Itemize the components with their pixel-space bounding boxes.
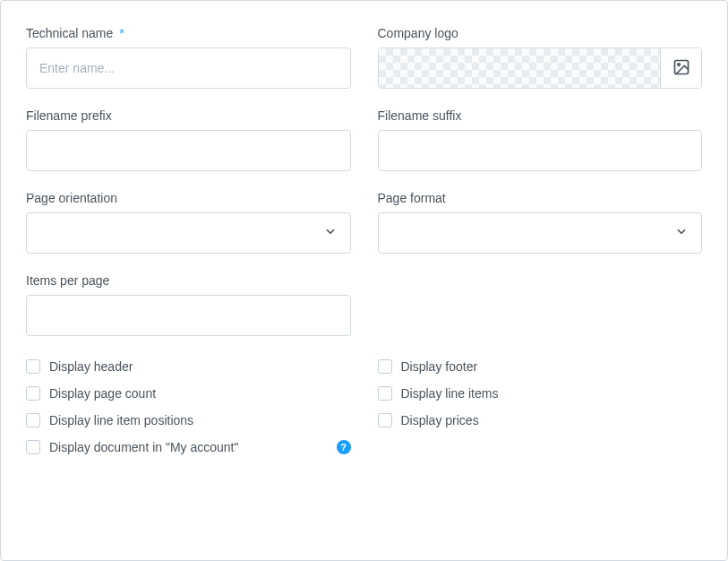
- checkbox-display-document-my-account[interactable]: Display document in "My account": [26, 440, 238, 454]
- row-items-per-page: Items per page: [26, 273, 702, 336]
- page-format-select[interactable]: [378, 212, 703, 254]
- row-filename: Filename prefix Filename suffix: [26, 108, 702, 171]
- field-filename-suffix: Filename suffix: [378, 108, 703, 171]
- checkbox-box: [26, 359, 40, 374]
- filename-suffix-input[interactable]: [378, 130, 703, 171]
- checkbox-box: [26, 386, 40, 401]
- field-items-per-page: Items per page: [26, 273, 351, 336]
- checkbox-box: [378, 386, 392, 401]
- settings-card: Technical name * Company logo: [0, 0, 728, 561]
- checkbox-box: [378, 413, 392, 427]
- items-per-page-label: Items per page: [26, 273, 351, 288]
- company-logo-choose-button[interactable]: [660, 48, 701, 88]
- page-orientation-select[interactable]: [26, 212, 351, 254]
- row-page-settings: Page orientation Page format: [26, 191, 702, 254]
- checkbox-display-line-items[interactable]: Display line items: [378, 386, 499, 401]
- checkbox-label: Display document in "My account": [49, 440, 238, 454]
- checkbox-box: [26, 440, 40, 454]
- svg-point-1: [677, 63, 680, 65]
- required-star: *: [119, 26, 124, 40]
- company-logo-label: Company logo: [378, 26, 703, 40]
- checkbox-label: Display page count: [49, 386, 156, 401]
- checkbox-display-line-item-positions[interactable]: Display line item positions: [26, 413, 193, 427]
- items-per-page-input[interactable]: [26, 295, 351, 336]
- checkbox-label: Display footer: [401, 359, 478, 374]
- checkbox-display-header[interactable]: Display header: [26, 359, 133, 374]
- checkbox-label: Display prices: [401, 413, 479, 427]
- checkbox-display-page-count[interactable]: Display page count: [26, 386, 156, 401]
- checkbox-label: Display line item positions: [49, 413, 193, 427]
- checkbox-display-footer[interactable]: Display footer: [378, 359, 478, 374]
- company-logo-upload: [378, 47, 703, 89]
- technical-name-input[interactable]: [26, 47, 351, 89]
- company-logo-preview[interactable]: [379, 48, 661, 88]
- field-page-orientation: Page orientation: [26, 191, 351, 254]
- technical-name-label-text: Technical name: [26, 26, 113, 40]
- page-format-label: Page format: [378, 191, 703, 205]
- checkbox-label: Display line items: [401, 386, 499, 401]
- field-filename-prefix: Filename prefix: [26, 108, 351, 171]
- field-page-format: Page format: [378, 191, 703, 254]
- filename-prefix-label: Filename prefix: [26, 108, 351, 123]
- checkbox-box: [378, 359, 392, 374]
- image-icon: [672, 58, 690, 79]
- filename-prefix-input[interactable]: [26, 130, 351, 171]
- field-technical-name: Technical name *: [26, 26, 351, 89]
- technical-name-label: Technical name *: [26, 26, 351, 40]
- checkbox-group: Display header Display footer Display pa…: [26, 359, 702, 454]
- empty-col: [378, 440, 703, 454]
- checkbox-box: [26, 413, 40, 427]
- field-company-logo: Company logo: [378, 26, 703, 89]
- checkbox-display-prices[interactable]: Display prices: [378, 413, 479, 427]
- empty-col: [378, 273, 703, 336]
- checkbox-label: Display header: [49, 359, 133, 374]
- page-orientation-label: Page orientation: [26, 191, 351, 205]
- row-technical-logo: Technical name * Company logo: [26, 26, 702, 89]
- filename-suffix-label: Filename suffix: [378, 108, 703, 123]
- help-icon[interactable]: ?: [337, 440, 351, 454]
